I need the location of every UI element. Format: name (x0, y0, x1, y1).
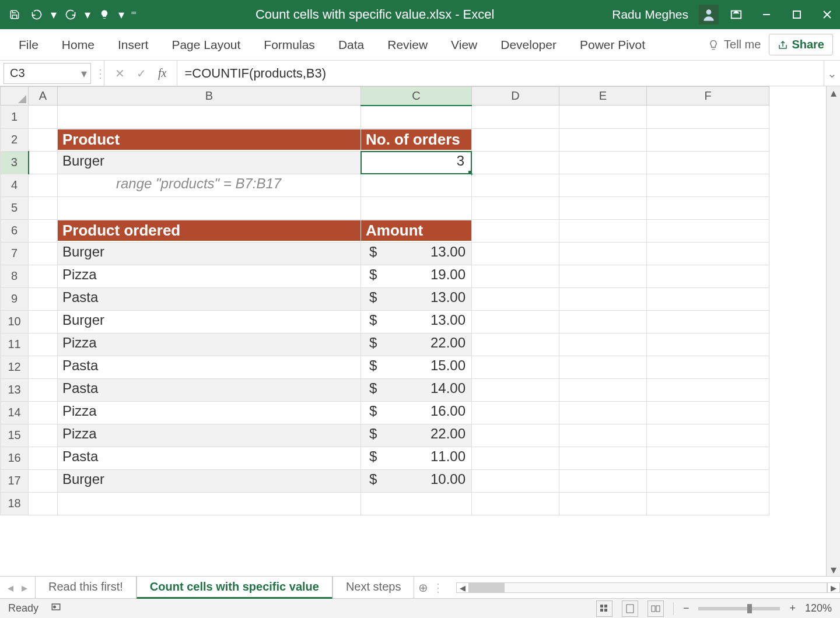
cell[interactable]: Pizza (58, 333, 361, 356)
cell[interactable]: Pasta (58, 287, 361, 310)
share-button[interactable]: Share (769, 34, 833, 55)
cell[interactable]: Pizza (58, 265, 361, 287)
horizontal-scrollbar[interactable]: ◂ ▸ (456, 582, 840, 593)
scroll-down-icon[interactable]: ▾ (827, 563, 840, 576)
minimize-button[interactable] (760, 8, 774, 22)
cell[interactable] (647, 287, 769, 310)
cell[interactable] (559, 196, 647, 219)
cell[interactable]: $22.00 (361, 333, 472, 356)
cell[interactable]: Pizza (58, 401, 361, 424)
scroll-track[interactable] (827, 99, 840, 563)
ribbon-tab-data[interactable]: Data (327, 31, 376, 59)
cell[interactable]: $22.00 (361, 424, 472, 447)
cell[interactable] (559, 128, 647, 151)
cell[interactable] (29, 151, 58, 174)
ribbon-tab-powerpivot[interactable]: Power Pivot (568, 31, 657, 59)
cell[interactable] (29, 356, 58, 378)
row-header[interactable]: 4 (1, 174, 29, 196)
ribbon-display-options-icon[interactable] (729, 8, 743, 22)
cell[interactable] (29, 492, 58, 515)
ribbon-tab-review[interactable]: Review (376, 31, 439, 59)
vertical-scrollbar[interactable]: ▴ ▾ (826, 86, 840, 576)
cell[interactable] (58, 106, 361, 129)
hscroll-track[interactable] (469, 582, 827, 593)
close-button[interactable] (820, 8, 834, 22)
cell[interactable] (29, 287, 58, 310)
row-header[interactable]: 8 (1, 265, 29, 287)
cell[interactable] (559, 492, 647, 515)
cell[interactable] (29, 196, 58, 219)
row-header[interactable]: 9 (1, 287, 29, 310)
cell[interactable]: $14.00 (361, 378, 472, 401)
row-header[interactable]: 12 (1, 356, 29, 378)
row-header[interactable]: 13 (1, 378, 29, 401)
column-header[interactable]: C (361, 87, 472, 106)
cell[interactable] (472, 447, 559, 469)
cell[interactable] (647, 174, 769, 196)
name-box-dropdown-icon[interactable]: ▾ (81, 66, 87, 80)
ribbon-tab-formulas[interactable]: Formulas (252, 31, 327, 59)
cell[interactable] (647, 106, 769, 129)
sheet-tab[interactable]: Next steps (332, 577, 414, 599)
add-sheet-button[interactable]: ⊕ (414, 581, 432, 595)
ribbon-tab-file[interactable]: File (7, 31, 50, 59)
tell-me[interactable]: Tell me (708, 38, 761, 51)
zoom-out-icon[interactable]: − (683, 602, 690, 615)
cell[interactable] (361, 106, 472, 129)
cell[interactable] (472, 265, 559, 287)
cell[interactable] (472, 401, 559, 424)
cell[interactable] (647, 151, 769, 174)
cell[interactable] (29, 310, 58, 333)
cell[interactable] (559, 356, 647, 378)
redo-dropdown-icon[interactable]: ▾ (84, 6, 91, 23)
cell[interactable] (647, 492, 769, 515)
scroll-up-icon[interactable]: ▴ (827, 86, 840, 99)
cell[interactable] (29, 242, 58, 265)
cell[interactable]: $19.00 (361, 265, 472, 287)
lightbulb-icon[interactable] (96, 6, 113, 23)
sheet-tab[interactable]: Read this first! (35, 577, 136, 599)
ribbon-tab-developer[interactable]: Developer (489, 31, 568, 59)
cell[interactable] (29, 469, 58, 492)
row-header[interactable]: 17 (1, 469, 29, 492)
undo-icon[interactable] (28, 6, 46, 23)
cell[interactable] (559, 219, 647, 242)
row-header[interactable]: 2 (1, 128, 29, 151)
cell[interactable]: Pasta (58, 378, 361, 401)
cell[interactable] (647, 242, 769, 265)
hscroll-left-icon[interactable]: ◂ (456, 582, 469, 593)
cell[interactable]: $13.00 (361, 310, 472, 333)
cell[interactable] (29, 424, 58, 447)
redo-icon[interactable] (62, 6, 79, 23)
cell[interactable] (472, 356, 559, 378)
cell[interactable]: $11.00 (361, 447, 472, 469)
row-header[interactable]: 3 (1, 151, 29, 174)
cell[interactable]: 3 (361, 151, 472, 174)
ribbon-tab-insert[interactable]: Insert (106, 31, 160, 59)
cancel-formula-icon[interactable]: ✕ (115, 66, 125, 80)
cell[interactable]: Product ordered (58, 219, 361, 242)
ribbon-tab-home[interactable]: Home (50, 31, 106, 59)
column-header[interactable]: F (647, 87, 769, 106)
cell[interactable] (559, 469, 647, 492)
cell[interactable]: Pasta (58, 447, 361, 469)
cell[interactable] (559, 447, 647, 469)
view-pagebreak-icon[interactable] (648, 601, 664, 617)
cell[interactable] (559, 287, 647, 310)
view-pagelayout-icon[interactable] (622, 601, 638, 617)
sheet-table[interactable]: ABCDEF12ProductNo. of orders3Burger34ran… (0, 86, 769, 515)
cell[interactable] (559, 265, 647, 287)
row-header[interactable]: 5 (1, 196, 29, 219)
zoom-slider[interactable] (698, 607, 780, 610)
cell[interactable] (472, 219, 559, 242)
cell[interactable] (29, 378, 58, 401)
cell[interactable] (559, 401, 647, 424)
row-header[interactable]: 6 (1, 219, 29, 242)
sheet-tab[interactable]: Count cells with specific value (136, 577, 332, 599)
cell[interactable]: Burger (58, 310, 361, 333)
cell[interactable] (472, 424, 559, 447)
qat-customize-icon[interactable]: ⁼ (130, 6, 138, 23)
cell[interactable] (472, 151, 559, 174)
view-normal-icon[interactable] (596, 601, 612, 617)
undo-dropdown-icon[interactable]: ▾ (50, 6, 57, 23)
